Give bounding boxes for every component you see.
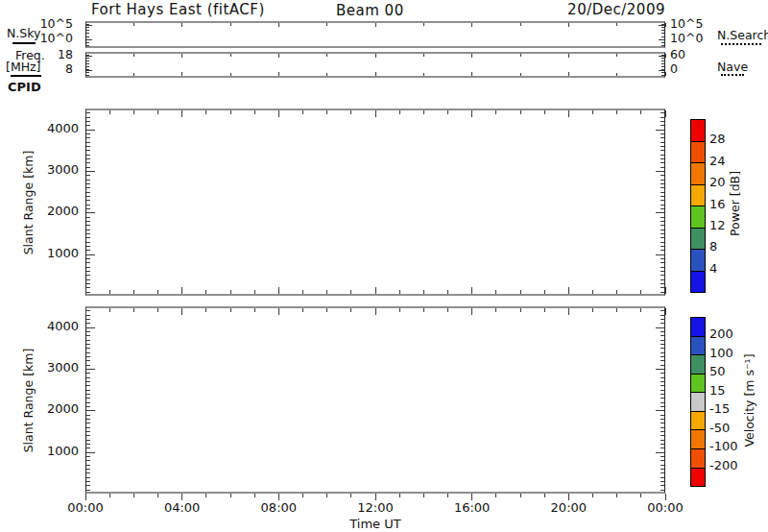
- x-tick: [230, 110, 231, 114]
- x-tick: [568, 494, 569, 500]
- y-tick: [660, 477, 664, 478]
- x-tick: [471, 308, 472, 315]
- y-tick: [660, 323, 664, 324]
- y-tick: [86, 398, 90, 399]
- y-tick: [86, 460, 90, 461]
- y-tick: [86, 419, 90, 420]
- y-tick-label: 1000: [35, 445, 79, 458]
- colorbar-tick-label: 4: [709, 262, 717, 276]
- colorbar-segment: [691, 468, 705, 487]
- colorbar-tick-label: 15: [709, 384, 726, 398]
- colorbar-tick-label: 28: [709, 133, 726, 146]
- x-tick: [375, 110, 376, 117]
- x-tick: [544, 494, 545, 497]
- x-tick: [616, 23, 617, 26]
- x-tick: [423, 23, 424, 26]
- x-tick: [109, 308, 110, 312]
- y-tick: [86, 267, 90, 268]
- y-tick-label: 4000: [35, 320, 79, 333]
- colorbar-segment: [691, 336, 705, 355]
- y-tick-label: 4000: [35, 122, 79, 135]
- y-tick: [661, 72, 664, 73]
- x-tick: [495, 110, 496, 114]
- power-colorbar: [690, 119, 706, 293]
- y-tick: [660, 250, 664, 251]
- x-tick: [109, 290, 110, 294]
- y-tick: [86, 175, 90, 176]
- x-tick: [592, 308, 593, 312]
- x-tick: [254, 308, 255, 312]
- y-tick: [661, 36, 664, 37]
- y-tick: [661, 30, 664, 31]
- x-tick-label: 20:00: [540, 501, 597, 515]
- y-tick: [86, 30, 89, 31]
- x-tick: [471, 494, 472, 500]
- y-tick: [86, 254, 95, 255]
- y-tick: [86, 130, 95, 131]
- y-tick: [660, 208, 664, 209]
- x-tick: [568, 54, 569, 58]
- y-tick: [86, 230, 90, 230]
- y-tick: [86, 137, 90, 138]
- y-tick: [660, 246, 664, 247]
- x-tick: [616, 494, 617, 497]
- x-tick: [326, 290, 327, 294]
- y-tick: [86, 340, 90, 341]
- x-tick: [616, 54, 617, 57]
- x-tick: [544, 308, 545, 312]
- y-tick: [86, 39, 92, 40]
- y-tick: [660, 390, 664, 391]
- y-tick: [86, 327, 95, 328]
- colorbar-segment: [691, 429, 705, 448]
- y-tick: [660, 175, 664, 176]
- x-tick: [278, 494, 279, 500]
- y-tick: [86, 283, 90, 284]
- y-tick: [86, 27, 89, 28]
- y-tick: [661, 45, 664, 46]
- y-tick-label: 10^0: [31, 32, 73, 45]
- colorbar-segment: [691, 374, 705, 393]
- y-tick: [86, 258, 90, 259]
- y-tick: [660, 230, 664, 230]
- colorbar-tick-label: -200: [709, 459, 738, 472]
- y-tick: [86, 60, 89, 61]
- y-tick: [660, 356, 664, 357]
- x-tick: [399, 110, 400, 114]
- y-tick: [661, 60, 664, 61]
- y-tick: [86, 200, 90, 201]
- y-tick: [86, 481, 90, 482]
- y-tick: [86, 310, 90, 311]
- x-tick: [133, 308, 134, 312]
- y-tick: [86, 75, 89, 76]
- x-tick: [399, 290, 400, 294]
- x-tick: [375, 23, 376, 27]
- y-tick: [86, 377, 90, 378]
- x-tick: [640, 308, 641, 312]
- x-tick: [230, 290, 231, 294]
- y-tick: [86, 390, 90, 391]
- x-tick: [568, 287, 569, 294]
- y-tick: [660, 279, 664, 280]
- x-tick: [85, 494, 86, 500]
- power-panel-plot: [85, 109, 665, 296]
- y-tick: [86, 394, 90, 395]
- x-tick: [616, 73, 617, 76]
- y-tick: [86, 469, 90, 470]
- y-tick: [86, 271, 90, 272]
- x-tick: [568, 110, 569, 117]
- x-tick: [350, 494, 351, 497]
- colorbar-tick-label: -100: [709, 440, 738, 453]
- y-tick: [659, 25, 664, 26]
- y-tick: [86, 472, 90, 473]
- y-tick: [86, 275, 90, 276]
- x-tick: [302, 290, 303, 294]
- colorbar-tick-label: 8: [709, 240, 717, 254]
- y-tick: [656, 410, 664, 411]
- x-tick: [326, 23, 327, 26]
- y-tick: [86, 72, 89, 73]
- x-tick: [181, 23, 182, 27]
- y-tick-label: 10^5: [31, 17, 73, 31]
- x-tick: [592, 290, 593, 294]
- y-tick: [660, 469, 664, 470]
- colorbar-tick-label: 200: [709, 327, 733, 341]
